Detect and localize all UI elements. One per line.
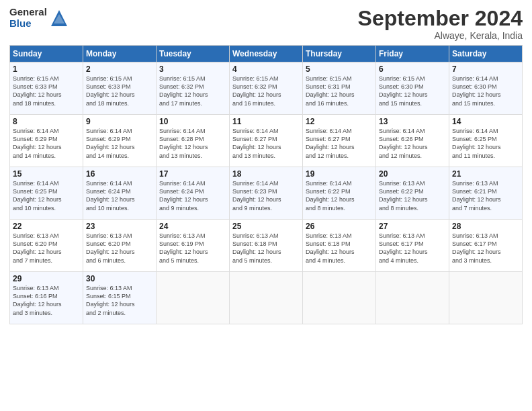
logo: General Blue (9, 7, 69, 29)
table-row (449, 272, 523, 324)
table-row: 15Sunrise: 6:14 AMSunset: 6:25 PMDayligh… (10, 167, 83, 220)
logo-general: General (9, 7, 47, 18)
table-row: 1Sunrise: 6:15 AMSunset: 6:33 PMDaylight… (10, 62, 83, 115)
table-row: 17Sunrise: 6:14 AMSunset: 6:24 PMDayligh… (157, 167, 230, 220)
table-row: 9Sunrise: 6:14 AMSunset: 6:29 PMDaylight… (83, 115, 157, 167)
table-row: 12Sunrise: 6:14 AMSunset: 6:27 PMDayligh… (303, 115, 376, 167)
table-row: 3Sunrise: 6:15 AMSunset: 6:32 PMDaylight… (157, 62, 230, 115)
table-row: 13Sunrise: 6:14 AMSunset: 6:26 PMDayligh… (376, 115, 449, 167)
table-row: 19Sunrise: 6:14 AMSunset: 6:22 PMDayligh… (303, 167, 376, 220)
table-row: 10Sunrise: 6:14 AMSunset: 6:28 PMDayligh… (157, 115, 230, 167)
table-row: 25Sunrise: 6:13 AMSunset: 6:18 PMDayligh… (230, 220, 303, 272)
table-row: 22Sunrise: 6:13 AMSunset: 6:20 PMDayligh… (10, 220, 83, 272)
table-row: 18Sunrise: 6:14 AMSunset: 6:23 PMDayligh… (230, 167, 303, 220)
table-row: 16Sunrise: 6:14 AMSunset: 6:24 PMDayligh… (83, 167, 157, 220)
table-row: 21Sunrise: 6:13 AMSunset: 6:21 PMDayligh… (449, 167, 523, 220)
table-row: 8Sunrise: 6:14 AMSunset: 6:29 PMDaylight… (10, 115, 83, 167)
logo-text: General Blue (9, 7, 47, 29)
table-row: 26Sunrise: 6:13 AMSunset: 6:18 PMDayligh… (303, 220, 376, 272)
col-tuesday: Tuesday (157, 46, 230, 62)
table-row (157, 272, 230, 324)
table-row: 14Sunrise: 6:14 AMSunset: 6:25 PMDayligh… (449, 115, 523, 167)
table-row: 20Sunrise: 6:13 AMSunset: 6:22 PMDayligh… (376, 167, 449, 220)
logo-blue: Blue (9, 18, 47, 30)
table-row: 27Sunrise: 6:13 AMSunset: 6:17 PMDayligh… (376, 220, 449, 272)
table-row (376, 272, 449, 324)
table-row: 11Sunrise: 6:14 AMSunset: 6:27 PMDayligh… (230, 115, 303, 167)
table-row (230, 272, 303, 324)
table-row: 7Sunrise: 6:14 AMSunset: 6:30 PMDaylight… (449, 62, 523, 115)
table-row: 6Sunrise: 6:15 AMSunset: 6:30 PMDaylight… (376, 62, 449, 115)
calendar-table: Sunday Monday Tuesday Wednesday Thursday… (9, 45, 523, 324)
logo-icon (50, 9, 69, 28)
header-row: Sunday Monday Tuesday Wednesday Thursday… (10, 46, 523, 62)
table-row: 23Sunrise: 6:13 AMSunset: 6:20 PMDayligh… (83, 220, 157, 272)
table-row: 2Sunrise: 6:15 AMSunset: 6:33 PMDaylight… (83, 62, 157, 115)
table-row (303, 272, 376, 324)
subtitle: Alwaye, Kerala, India (358, 30, 523, 41)
col-sunday: Sunday (10, 46, 83, 62)
table-row: 29Sunrise: 6:13 AMSunset: 6:16 PMDayligh… (10, 272, 83, 324)
table-row: 4Sunrise: 6:15 AMSunset: 6:32 PMDaylight… (230, 62, 303, 115)
page-container: General Blue September 2024 Alwaye, Kera… (0, 0, 532, 331)
main-title: September 2024 (358, 7, 523, 30)
table-row: 5Sunrise: 6:15 AMSunset: 6:31 PMDaylight… (303, 62, 376, 115)
col-saturday: Saturday (449, 46, 523, 62)
header: General Blue September 2024 Alwaye, Kera… (9, 7, 523, 41)
col-wednesday: Wednesday (230, 46, 303, 62)
table-row: 24Sunrise: 6:13 AMSunset: 6:19 PMDayligh… (157, 220, 230, 272)
table-row: 28Sunrise: 6:13 AMSunset: 6:17 PMDayligh… (449, 220, 523, 272)
col-thursday: Thursday (303, 46, 376, 62)
col-friday: Friday (376, 46, 449, 62)
col-monday: Monday (83, 46, 157, 62)
table-row: 30Sunrise: 6:13 AMSunset: 6:15 PMDayligh… (83, 272, 157, 324)
title-block: September 2024 Alwaye, Kerala, India (358, 7, 523, 41)
